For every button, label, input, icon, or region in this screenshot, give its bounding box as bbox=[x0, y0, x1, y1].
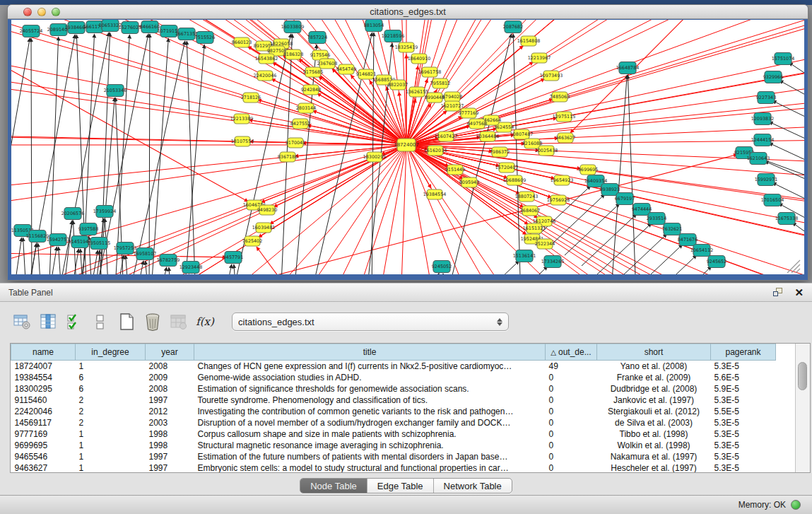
table-cell[interactable]: 2 bbox=[76, 395, 146, 406]
graph-node[interactable]: 16210643 bbox=[747, 153, 770, 165]
graph-node[interactable]: 7515526 bbox=[195, 32, 215, 44]
table-row[interactable]: 1938455462009Genome-wide association stu… bbox=[11, 372, 776, 383]
graph-node[interactable]: 2933514 bbox=[647, 213, 666, 225]
table-cell[interactable]: 5.9E-5 bbox=[711, 383, 776, 395]
table-cell[interactable]: 2008 bbox=[146, 361, 194, 372]
table-cell[interactable]: 0 bbox=[546, 417, 597, 428]
graph-node[interactable]: 9245052 bbox=[432, 261, 452, 273]
graph-node[interactable]: 8095943 bbox=[459, 177, 479, 187]
tab-node-table[interactable]: Node Table bbox=[300, 479, 367, 493]
table-cell[interactable]: 49 bbox=[546, 361, 597, 372]
table-cell[interactable]: Changes of HCN gene expression and I(f) … bbox=[194, 361, 546, 372]
table-cell[interactable]: Estimation of the future numbers of pati… bbox=[194, 451, 546, 462]
delete-icon[interactable] bbox=[143, 313, 162, 331]
graph-node[interactable]: 12213967 bbox=[528, 53, 551, 63]
network-window[interactable]: citations_edges.txt 18724007240557242089… bbox=[7, 4, 808, 281]
column-header-name[interactable]: name bbox=[11, 344, 76, 361]
table-cell[interactable]: 9777169 bbox=[11, 428, 76, 440]
graph-node[interactable]: 12213389 bbox=[230, 114, 254, 124]
table-cell[interactable]: Structural magnetic resonance image aver… bbox=[194, 440, 546, 451]
table-cell[interactable]: 9465546 bbox=[11, 451, 76, 462]
table-cell[interactable]: 2012 bbox=[146, 406, 194, 417]
table-cell[interactable]: 1998 bbox=[146, 428, 194, 440]
table-cell[interactable]: Genome-wide association studies in ADHD. bbox=[194, 372, 546, 383]
table-cell[interactable]: 5.3E-5 bbox=[711, 417, 776, 428]
table-cell[interactable]: 1997 bbox=[146, 451, 194, 462]
unselect-all-icon[interactable] bbox=[91, 313, 110, 331]
table-cell[interactable]: 18724007 bbox=[11, 361, 76, 372]
graph-node[interactable]: 19384554 bbox=[423, 189, 447, 199]
table-cell[interactable]: 0 bbox=[546, 406, 597, 417]
graph-node[interactable]: 12093832 bbox=[751, 113, 775, 125]
graph-node[interactable]: 9227343 bbox=[756, 92, 776, 104]
table-cell[interactable]: 5.3E-5 bbox=[711, 451, 776, 462]
graph-node[interactable]: 8660123 bbox=[232, 37, 252, 47]
table-mode-icon[interactable] bbox=[13, 313, 31, 331]
import-table-icon[interactable] bbox=[170, 313, 188, 331]
table-row[interactable]: 969969511998Structural magnetic resonanc… bbox=[11, 440, 776, 451]
graph-node[interactable]: 9699695 bbox=[578, 165, 598, 175]
table-chooser-dropdown[interactable]: citations_edges.txt bbox=[232, 313, 509, 331]
table-cell[interactable]: 2 bbox=[76, 406, 146, 417]
node-table-area[interactable]: namein_degreeyeartitle△out_de...shortpag… bbox=[11, 344, 796, 472]
column-header-title[interactable]: title bbox=[194, 344, 546, 361]
table-cell[interactable]: 5.3E-5 bbox=[711, 395, 776, 406]
graph-node[interactable]: 15942757 bbox=[47, 234, 70, 246]
table-cell[interactable]: 5.5E-5 bbox=[711, 406, 776, 417]
float-panel-icon[interactable] bbox=[773, 288, 783, 297]
table-row[interactable]: 1830029562008Estimation of significance … bbox=[11, 383, 776, 395]
graph-node[interactable]: 9170041 bbox=[286, 138, 305, 148]
table-cell[interactable]: 0 bbox=[546, 428, 597, 440]
table-cell[interactable]: Tourette syndrome. Phenomenology and cla… bbox=[194, 395, 546, 406]
citation-network-graph[interactable]: 1872400724055724208914061938466416611731… bbox=[11, 20, 804, 274]
table-cell[interactable]: 0 bbox=[546, 462, 597, 473]
graph-node[interactable]: 15751074 bbox=[772, 53, 795, 65]
table-cell[interactable]: Corpus callosum shape and size in male p… bbox=[194, 428, 546, 440]
graph-node[interactable]: 2522344 bbox=[535, 239, 555, 249]
table-panel-titlebar[interactable]: Table Panel ✕ bbox=[0, 283, 812, 302]
table-cell[interactable]: 5.3E-5 bbox=[711, 361, 776, 372]
graph-node[interactable]: 9463627 bbox=[555, 133, 575, 143]
graph-node[interactable]: 12444154 bbox=[751, 134, 775, 146]
close-panel-icon[interactable]: ✕ bbox=[794, 288, 804, 297]
graph-node[interactable]: 9245652 bbox=[707, 256, 726, 268]
table-cell[interactable]: 5.3E-5 bbox=[711, 440, 776, 451]
graph-node[interactable]: 7857224 bbox=[307, 32, 327, 44]
graph-node[interactable]: 10654112 bbox=[690, 245, 714, 257]
table-header-row[interactable]: namein_degreeyeartitle△out_de...shortpag… bbox=[11, 344, 776, 361]
graph-node[interactable]: 8471676 bbox=[678, 234, 698, 246]
column-header-out_de[interactable]: △out_de... bbox=[546, 344, 597, 361]
table-cell[interactable]: 1 bbox=[76, 428, 146, 440]
graph-node[interactable]: 8186328 bbox=[283, 49, 303, 59]
table-row[interactable]: 946362711997Embryonic stem cells: a mode… bbox=[11, 462, 776, 473]
graph-node[interactable]: 7955812 bbox=[430, 78, 450, 88]
graph-node[interactable]: 20364486 bbox=[476, 132, 500, 141]
graph-node[interactable]: 2803144 bbox=[296, 103, 316, 113]
table-cell[interactable]: Stergiakouli et al. (2012) bbox=[597, 406, 711, 417]
table-row[interactable]: 946554611997Estimation of the future num… bbox=[11, 451, 776, 462]
minimize-window-button[interactable] bbox=[37, 8, 46, 16]
column-header-pagerank[interactable]: pagerank bbox=[711, 344, 776, 361]
graph-node[interactable]: 22420046 bbox=[254, 71, 277, 81]
graph-node[interactable]: 16648784 bbox=[616, 62, 640, 74]
graph-node[interactable]: 10688609 bbox=[503, 175, 526, 185]
table-cell[interactable]: Yano et al. (2008) bbox=[597, 361, 711, 372]
graph-node[interactable]: 2718126 bbox=[241, 93, 261, 103]
table-cell[interactable]: 2008 bbox=[146, 383, 194, 395]
graph-node[interactable]: 8454749 bbox=[336, 64, 356, 74]
table-cell[interactable]: Embryonic stem cells: a model to study s… bbox=[194, 462, 546, 473]
table-cell[interactable]: 0 bbox=[546, 383, 597, 395]
table-cell[interactable]: 1997 bbox=[146, 395, 194, 406]
tab-network-table[interactable]: Network Table bbox=[434, 479, 512, 493]
table-cell[interactable]: 2 bbox=[76, 417, 146, 428]
graph-node[interactable]: 6794028 bbox=[442, 92, 462, 102]
table-cell[interactable]: 5.3E-5 bbox=[711, 462, 776, 473]
graph-node[interactable]: 17334265 bbox=[541, 256, 565, 268]
graph-node[interactable]: 15136141 bbox=[513, 250, 536, 262]
function-builder-icon[interactable]: f(x) bbox=[196, 313, 214, 331]
table-cell[interactable]: 2003 bbox=[146, 417, 194, 428]
table-row[interactable]: 977716911998Corpus callosum shape and si… bbox=[11, 428, 776, 440]
table-scrollbar-thumb[interactable] bbox=[798, 362, 807, 390]
column-header-year[interactable]: year bbox=[146, 344, 194, 361]
table-cell[interactable]: 19384554 bbox=[11, 372, 76, 383]
